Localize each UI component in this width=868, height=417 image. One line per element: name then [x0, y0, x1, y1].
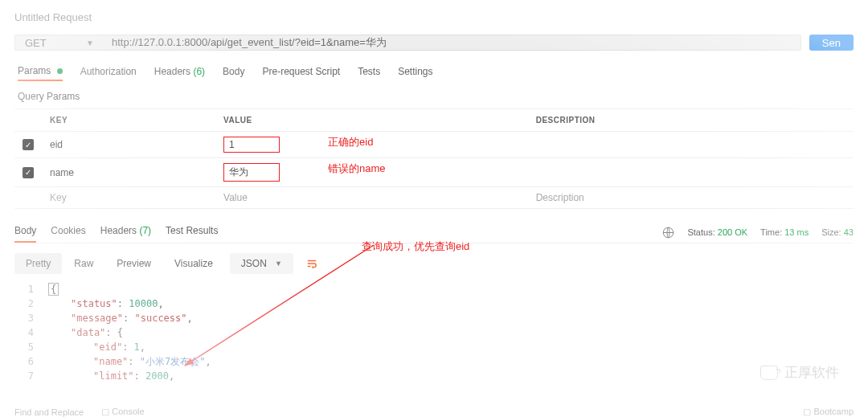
param-key-input[interactable]: name: [42, 158, 215, 187]
tab-headers[interactable]: Headers (6): [154, 66, 205, 80]
bottom-bar: Find and Replace ▢ Console: [14, 407, 145, 417]
wrap-lines-icon[interactable]: [305, 258, 318, 269]
watermark: 正厚软件: [760, 363, 839, 382]
request-bar: GET ▼ http://127.0.0.1:8000/api/get_even…: [14, 35, 854, 51]
resp-tab-cookies[interactable]: Cookies: [51, 222, 85, 243]
table-row[interactable]: ✓ name 华为 错误的name: [14, 158, 854, 187]
find-replace-button[interactable]: Find and Replace: [14, 407, 84, 417]
method-select[interactable]: GET ▼: [14, 35, 102, 51]
chevron-down-icon: ▼: [275, 260, 282, 268]
tab-params[interactable]: Params: [18, 65, 63, 81]
tab-body[interactable]: Body: [223, 66, 244, 80]
param-value-input[interactable]: 华为 错误的name: [215, 158, 528, 187]
query-params-heading: Query Params: [14, 89, 854, 104]
resp-tab-body[interactable]: Body: [14, 222, 36, 243]
params-active-dot-icon: [57, 68, 63, 74]
annotation-box: 1: [223, 137, 280, 153]
format-bar: Pretty Raw Preview Visualize JSON▼: [14, 253, 854, 274]
fmt-raw[interactable]: Raw: [63, 253, 104, 274]
annotation-text: 错误的name: [328, 161, 386, 176]
resp-tab-tests[interactable]: Test Results: [166, 222, 218, 243]
request-title: Untitled Request: [14, 8, 854, 27]
query-params-table: KEY VALUE DESCRIPTION ✓ eid 1 正确的eid ✓ n…: [14, 108, 854, 209]
request-tabs: Params Authorization Headers (6) Body Pr…: [14, 65, 854, 81]
checkbox-checked-icon[interactable]: ✓: [23, 167, 34, 178]
tab-tests[interactable]: Tests: [358, 66, 380, 80]
col-value: VALUE: [215, 109, 528, 132]
annotation-box: 华为: [223, 163, 280, 182]
param-value-placeholder[interactable]: Value: [215, 187, 528, 209]
fmt-pretty[interactable]: Pretty: [14, 253, 62, 274]
annotation-text: 正确的eid: [328, 135, 373, 149]
fmt-visualize[interactable]: Visualize: [163, 253, 224, 274]
resp-tab-headers[interactable]: Headers (7): [100, 222, 151, 243]
send-button[interactable]: Sen: [809, 35, 854, 51]
param-desc-input[interactable]: [528, 132, 854, 158]
param-key-input[interactable]: eid: [42, 132, 215, 158]
globe-icon[interactable]: [662, 227, 674, 239]
response-body[interactable]: 1{ 2"status": 10000, 3"message": "succes…: [14, 282, 854, 383]
param-key-placeholder[interactable]: Key: [42, 187, 215, 209]
url-input[interactable]: http://127.0.0.1:8000/api/get_event_list…: [102, 35, 801, 51]
fmt-type-select[interactable]: JSON▼: [230, 253, 293, 274]
tab-settings[interactable]: Settings: [398, 66, 432, 80]
method-label: GET: [25, 37, 47, 49]
table-row[interactable]: ✓ eid 1 正确的eid: [14, 132, 854, 158]
col-description: DESCRIPTION: [528, 109, 854, 132]
fmt-preview[interactable]: Preview: [105, 253, 162, 274]
table-row-new[interactable]: Key Value Description: [14, 187, 854, 209]
response-tabs: Body Cookies Headers (7) Test Results: [14, 222, 218, 243]
tab-prerequest[interactable]: Pre-request Script: [262, 66, 340, 80]
param-desc-input[interactable]: [528, 158, 854, 187]
annotation-summary: 查询成功，优先查询eid: [362, 239, 469, 254]
param-desc-placeholder[interactable]: Description: [528, 187, 854, 209]
bootcamp-button[interactable]: ▢ Bootcamp: [803, 407, 854, 417]
url-value: http://127.0.0.1:8000/api/get_event_list…: [112, 35, 387, 50]
chevron-down-icon: ▼: [86, 39, 94, 47]
wechat-icon: [760, 366, 778, 380]
console-button[interactable]: ▢ Console: [101, 407, 144, 417]
col-key: KEY: [42, 109, 215, 132]
param-value-input[interactable]: 1 正确的eid: [215, 132, 528, 158]
checkbox-checked-icon[interactable]: ✓: [23, 139, 34, 150]
tab-authorization[interactable]: Authorization: [80, 66, 137, 80]
watermark-text: 正厚软件: [784, 363, 839, 382]
response-meta: Status: 200 OK Time: 13 ms Size: 43: [662, 227, 854, 239]
